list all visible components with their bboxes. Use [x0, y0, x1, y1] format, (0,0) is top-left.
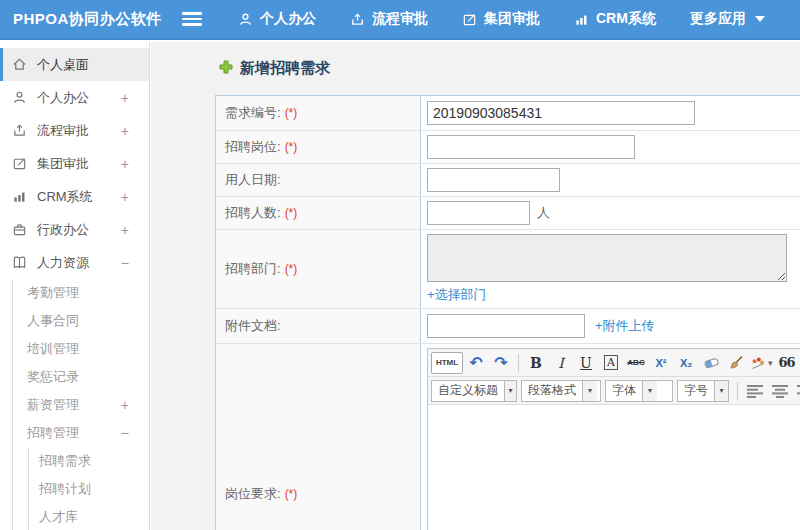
form-row-attachment: 附件文档: +附件上传: [216, 309, 800, 344]
demand-no-input[interactable]: [427, 101, 695, 125]
required-mark: (*): [285, 106, 298, 120]
headcount-input[interactable]: [427, 201, 530, 225]
form-row-job-requirements: 岗位要求: (*) HTML ↶ ↷ B I U A ABC X²: [216, 344, 800, 530]
book-icon: [12, 255, 27, 270]
align-right-icon[interactable]: [793, 380, 800, 402]
superscript-button[interactable]: X²: [649, 352, 673, 374]
person-icon: [12, 90, 27, 105]
undo-button[interactable]: ↶: [464, 352, 488, 374]
expand-toggle[interactable]: +: [121, 156, 129, 172]
department-textarea[interactable]: [427, 234, 787, 282]
home-icon: [12, 57, 27, 72]
hamburger-menu-icon[interactable]: [182, 12, 202, 26]
align-left-icon[interactable]: [743, 380, 767, 402]
edit-icon: [12, 156, 27, 171]
caret-down-icon: ▾: [714, 381, 728, 401]
html-source-button[interactable]: HTML: [431, 352, 463, 374]
custom-heading-select[interactable]: 自定义标题▾: [431, 380, 517, 402]
redo-button[interactable]: ↷: [489, 352, 513, 374]
field-label: 招聘部门:: [225, 260, 281, 278]
sidebar-item-personal-desktop[interactable]: 个人桌面: [0, 48, 149, 81]
align-center-icon[interactable]: [768, 380, 792, 402]
highlight-color-icon[interactable]: ▾: [749, 352, 774, 374]
sidebar-item-group-approval[interactable]: 集团审批 +: [0, 147, 149, 180]
field-label: 招聘岗位:: [225, 138, 281, 156]
eraser-icon[interactable]: [699, 352, 723, 374]
sidebar-item-recruit-plan[interactable]: 招聘计划: [29, 475, 149, 503]
sidebar-item-talent-pool[interactable]: 人才库: [29, 503, 149, 530]
required-mark: (*): [285, 206, 298, 220]
required-mark: (*): [285, 140, 298, 154]
collapse-toggle[interactable]: −: [121, 425, 129, 441]
nav-workflow-approval[interactable]: 流程审批: [350, 10, 428, 28]
field-label: 用人日期:: [225, 171, 281, 189]
sidebar-item-workflow-approval[interactable]: 流程审批 +: [0, 114, 149, 147]
editor-content-area[interactable]: [428, 405, 800, 530]
underline-button[interactable]: U: [574, 352, 598, 374]
expand-toggle[interactable]: +: [121, 123, 129, 139]
app-logo: PHPOA协同办公软件: [0, 10, 182, 29]
caret-down-icon: ▾: [642, 381, 657, 401]
top-header: PHPOA协同办公软件 个人办公 流程审批 集团审批 CRM系统 更多应用: [0, 0, 800, 40]
font-border-button[interactable]: A: [599, 352, 623, 374]
page-title-row: 新增招聘需求: [219, 57, 800, 79]
flow-icon: [350, 12, 365, 27]
add-plus-icon: [219, 60, 233, 77]
form-row-demand-no: 需求编号: (*): [216, 96, 800, 131]
sidebar-item-reward-punishment[interactable]: 奖惩记录: [13, 363, 149, 391]
expand-toggle[interactable]: +: [121, 397, 129, 413]
expand-toggle[interactable]: +: [121, 90, 129, 106]
nav-personal-office[interactable]: 个人办公: [238, 10, 316, 28]
attachment-input[interactable]: [427, 314, 585, 338]
select-department-link[interactable]: +选择部门: [427, 286, 487, 304]
sidebar-item-hr-contract[interactable]: 人事合同: [13, 307, 149, 335]
hire-date-input[interactable]: [427, 168, 560, 192]
bar-chart-icon: [574, 12, 589, 27]
main-content: 新增招聘需求 需求编号: (*) 招聘岗位: (*) 用人日期: 招聘人: [151, 42, 800, 530]
nav-crm-system[interactable]: CRM系统: [574, 10, 656, 28]
font-family-select[interactable]: 字体▾: [605, 380, 673, 402]
rich-text-editor: HTML ↶ ↷ B I U A ABC X² X₂ ▾: [427, 348, 800, 530]
blockquote-button[interactable]: 66: [775, 352, 799, 374]
sidebar-item-training[interactable]: 培训管理: [13, 335, 149, 363]
form-row-hire-date: 用人日期:: [216, 164, 800, 197]
caret-down-icon: ▾: [768, 358, 773, 368]
editor-toolbar-row1: HTML ↶ ↷ B I U A ABC X² X₂ ▾: [428, 349, 800, 377]
sidebar-item-attendance[interactable]: 考勤管理: [13, 279, 149, 307]
italic-button[interactable]: I: [549, 352, 573, 374]
strikethrough-button[interactable]: ABC: [624, 352, 648, 374]
sidebar-item-administration[interactable]: 行政办公 +: [0, 213, 149, 246]
paragraph-format-select[interactable]: 段落格式▾: [521, 380, 601, 402]
sidebar-item-hr[interactable]: 人力资源 −: [0, 246, 149, 279]
nav-group-approval[interactable]: 集团审批: [462, 10, 540, 28]
caret-down-icon: ▾: [504, 381, 516, 401]
bold-button[interactable]: B: [524, 352, 548, 374]
field-label: 岗位要求:: [225, 485, 281, 503]
required-mark: (*): [285, 262, 298, 276]
required-mark: (*): [285, 487, 298, 501]
bar-chart-icon: [12, 189, 27, 204]
page-title: 新增招聘需求: [240, 59, 330, 78]
collapse-toggle[interactable]: −: [121, 255, 129, 271]
expand-toggle[interactable]: +: [121, 222, 129, 238]
sidebar-item-salary[interactable]: 薪资管理 +: [13, 391, 149, 419]
top-nav: 个人办公 流程审批 集团审批 CRM系统 更多应用: [238, 10, 765, 28]
sidebar: 个人桌面 个人办公 + 流程审批 + 集团审批 + CRM系统 + 行政办公 +…: [0, 42, 150, 530]
sidebar-item-recruitment[interactable]: 招聘管理 −: [13, 419, 149, 447]
briefcase-icon: [12, 222, 27, 237]
font-size-select[interactable]: 字号▾: [677, 380, 729, 402]
form-row-department: 招聘部门: (*) +选择部门: [216, 230, 800, 309]
sidebar-item-crm[interactable]: CRM系统 +: [0, 180, 149, 213]
expand-toggle[interactable]: +: [121, 189, 129, 205]
format-brush-icon[interactable]: [724, 352, 748, 374]
field-label: 需求编号:: [225, 104, 281, 122]
recruit-demand-form: 需求编号: (*) 招聘岗位: (*) 用人日期: 招聘人数: (*): [215, 95, 800, 530]
nav-more-apps[interactable]: 更多应用: [690, 10, 765, 28]
editor-toolbar-row2: 自定义标题▾ 段落格式▾ 字体▾ 字号▾: [428, 377, 800, 405]
subscript-button[interactable]: X₂: [674, 352, 698, 374]
sidebar-item-personal-office[interactable]: 个人办公 +: [0, 81, 149, 114]
upload-attachment-link[interactable]: +附件上传: [595, 317, 655, 335]
edit-icon: [462, 12, 477, 27]
sidebar-item-recruit-demand[interactable]: 招聘需求: [29, 447, 149, 475]
position-input[interactable]: [427, 135, 635, 159]
